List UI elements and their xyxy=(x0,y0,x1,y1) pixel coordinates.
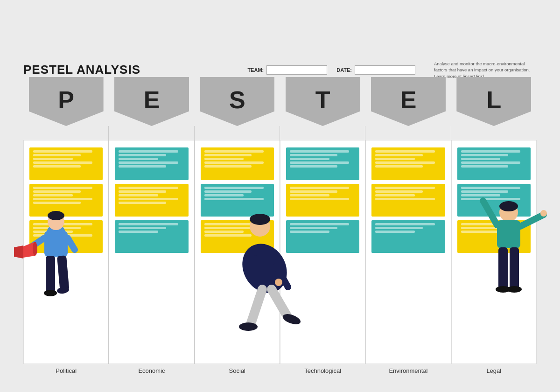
label-economic: Economic xyxy=(138,367,165,374)
sticky-e-1[interactable] xyxy=(115,147,188,180)
line xyxy=(119,165,166,168)
line xyxy=(33,150,92,153)
team-label: TEAM: xyxy=(247,67,264,73)
sticky-p-1[interactable] xyxy=(29,147,103,180)
header-fields: TEAM: DATE: Analyse and monitor the macr… xyxy=(247,61,537,79)
column-environmental: E Environmental xyxy=(365,77,451,364)
team-input[interactable] xyxy=(266,65,327,75)
line xyxy=(461,158,501,160)
label-technological: Technological xyxy=(304,367,341,374)
svg-line-26 xyxy=(483,201,497,225)
line xyxy=(375,154,423,156)
svg-point-28 xyxy=(540,210,547,217)
page: PESTEL ANALYSIS TEAM: DATE: Analyse and … xyxy=(0,0,560,392)
line xyxy=(119,231,158,233)
letter-l: L xyxy=(486,88,501,112)
line xyxy=(204,154,252,156)
svg-rect-10 xyxy=(57,255,69,291)
line xyxy=(119,227,166,229)
svg-point-8 xyxy=(33,242,37,256)
svg-rect-25 xyxy=(497,220,520,248)
sticky-t-1[interactable] xyxy=(286,147,359,180)
line xyxy=(375,194,415,196)
svg-point-21 xyxy=(239,322,258,331)
line xyxy=(375,227,423,229)
sticky-env-1[interactable] xyxy=(371,147,445,180)
svg-line-5 xyxy=(68,238,75,250)
svg-point-24 xyxy=(499,201,518,211)
line xyxy=(119,154,166,156)
letter-e1: E xyxy=(144,88,160,112)
line xyxy=(204,158,244,160)
line xyxy=(290,158,329,160)
person-left-svg xyxy=(14,187,98,364)
line xyxy=(119,161,178,164)
line xyxy=(375,187,434,189)
person-center-figure xyxy=(218,187,311,364)
line xyxy=(33,161,92,164)
svg-point-32 xyxy=(507,286,522,293)
line xyxy=(461,154,509,156)
person-right-figure xyxy=(476,187,551,364)
svg-point-18 xyxy=(275,279,282,286)
description-text: Analyse and monitor the macro-environmen… xyxy=(434,61,537,79)
line xyxy=(204,161,264,164)
svg-point-14 xyxy=(250,214,270,225)
line xyxy=(119,158,158,160)
person-right-svg xyxy=(476,187,551,364)
line xyxy=(375,223,434,225)
person-left-figure xyxy=(14,187,98,364)
date-input[interactable] xyxy=(355,65,415,75)
column-economic: E Economic xyxy=(109,77,194,364)
line xyxy=(204,150,264,153)
svg-rect-9 xyxy=(46,256,55,293)
line xyxy=(461,150,520,153)
person-center-svg xyxy=(218,187,311,364)
line xyxy=(204,165,252,168)
line xyxy=(375,165,423,168)
line xyxy=(119,194,158,196)
line xyxy=(290,165,337,168)
line xyxy=(375,161,434,164)
svg-point-11 xyxy=(44,290,57,296)
svg-line-19 xyxy=(251,289,262,324)
line xyxy=(290,154,337,156)
line xyxy=(119,202,166,204)
label-political: Political xyxy=(56,367,77,374)
line xyxy=(33,154,81,156)
line xyxy=(119,150,178,153)
line xyxy=(375,231,415,233)
shield-economic: E xyxy=(114,77,189,126)
line xyxy=(375,190,423,193)
svg-point-2 xyxy=(48,211,64,220)
shield-political: P xyxy=(29,77,104,126)
sticky-e-2[interactable] xyxy=(115,184,188,217)
shield-social: S xyxy=(200,77,274,126)
svg-rect-3 xyxy=(44,231,68,257)
line xyxy=(375,158,415,160)
line xyxy=(461,161,520,164)
svg-rect-30 xyxy=(510,247,519,289)
line xyxy=(119,187,178,189)
date-label: DATE: xyxy=(336,67,352,73)
sticky-s-1[interactable] xyxy=(201,147,274,180)
line xyxy=(33,165,81,168)
sticky-env-3[interactable] xyxy=(371,220,445,253)
svg-line-20 xyxy=(272,289,288,317)
sticky-l-1[interactable] xyxy=(457,147,531,180)
letter-p: P xyxy=(58,88,74,112)
label-environmental: Environmental xyxy=(389,367,427,374)
sticky-env-2[interactable] xyxy=(371,184,445,217)
line xyxy=(375,198,434,200)
line xyxy=(33,158,73,160)
header: PESTEL ANALYSIS TEAM: DATE: Analyse and … xyxy=(23,61,537,79)
svg-marker-7 xyxy=(14,245,23,259)
date-field-group: DATE: xyxy=(336,65,415,75)
panel-economic xyxy=(109,140,194,364)
label-social: Social xyxy=(229,367,245,374)
letter-s: S xyxy=(229,88,245,112)
letter-e2: E xyxy=(400,88,417,112)
sticky-e-3[interactable] xyxy=(115,220,188,253)
panel-environmental xyxy=(365,140,451,364)
label-legal: Legal xyxy=(486,367,501,374)
